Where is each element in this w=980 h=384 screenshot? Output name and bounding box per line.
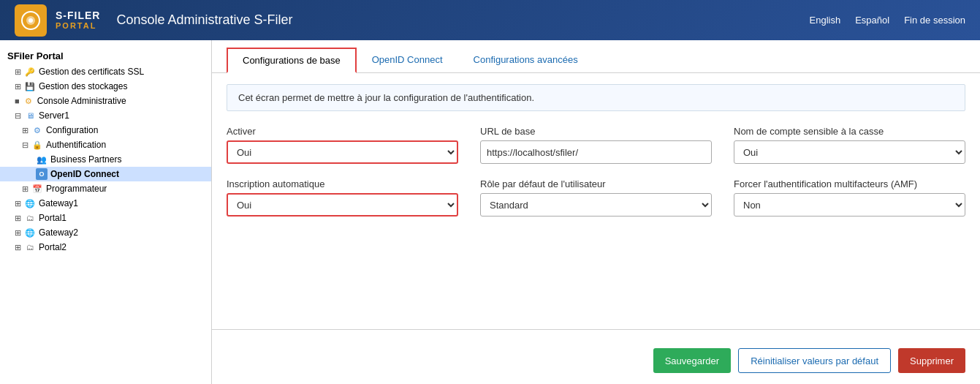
portal1-icon: 🗂 <box>24 212 36 224</box>
info-text: Cet écran permet de mettre à jour la con… <box>238 92 534 103</box>
tree-toggle-portal2: ⊞ <box>15 243 21 252</box>
tree-toggle-auth: ⊟ <box>22 140 29 150</box>
sidebar-label-openid-connect: OpenID Connect <box>50 169 119 179</box>
tab-configurations-avancees[interactable]: Configurations avancées <box>458 48 593 73</box>
main-layout: SFiler Portal ⊞ 🔑 Gestion des certificat… <box>0 40 980 384</box>
tree-toggle-gw1: ⊞ <box>15 199 21 208</box>
delete-button[interactable]: Supprimer <box>898 348 965 373</box>
bp-icon: 👥 <box>36 154 48 165</box>
form-group-forcer-amf: Forcer l'authentification multifacteurs … <box>734 178 965 217</box>
sidebar-label-admin: Console Administrative <box>37 96 126 106</box>
tabs-bar: Configurations de base OpenID Connect Co… <box>212 48 980 73</box>
form-group-inscription: Inscription automatique Oui Non <box>227 178 458 217</box>
sidebar-item-openid-connect[interactable]: O OpenID Connect <box>0 167 211 181</box>
info-box: Cet écran permet de mettre à jour la con… <box>227 84 965 111</box>
nom-compte-select[interactable]: Oui Non <box>734 140 965 164</box>
sidebar-item-gateway1[interactable]: ⊞ 🌐 Gateway1 <box>0 196 211 211</box>
openid-icon: O <box>36 168 48 180</box>
tree-toggle-server1: ⊟ <box>15 111 21 121</box>
form-group-nom-compte: Nom de compte sensible à la casse Oui No… <box>734 126 965 164</box>
sidebar-label-authentification: Authentification <box>46 140 106 150</box>
header-left: S-FILER PORTAL Console Administrative S-… <box>15 4 293 37</box>
footer-buttons: Sauvegarder Réinitialiser valeurs par dé… <box>212 341 980 384</box>
sidebar-label-server1: Server1 <box>39 110 69 121</box>
sidebar-item-programmateur[interactable]: ⊞ 📅 Programmateur <box>0 181 211 196</box>
gw2-icon: 🌐 <box>24 227 36 238</box>
form-group-url-de-base: URL de base <box>480 126 712 164</box>
content-body: Cet écran permet de mettre à jour la con… <box>212 73 980 322</box>
logo-sfiler: S-FILER <box>56 10 100 21</box>
nav-espanol[interactable]: Español <box>855 15 889 26</box>
prog-icon: 📅 <box>31 183 43 195</box>
sidebar-item-authentification[interactable]: ⊟ 🔒 Authentification <box>0 138 211 152</box>
forcer-amf-select[interactable]: Non Oui <box>734 193 965 217</box>
portal2-icon: 🗂 <box>24 241 36 253</box>
form-group-activer: Activer Oui Non <box>227 126 458 164</box>
sidebar-item-business-partners[interactable]: 👥 Business Partners <box>0 152 211 167</box>
sidebar-label-portal1: Portal1 <box>39 213 67 223</box>
sidebar-item-stockages[interactable]: ⊞ 💾 Gestion des stockages <box>0 79 211 94</box>
sidebar-item-configuration[interactable]: ⊞ ⚙ Configuration <box>0 123 211 138</box>
tab-openid-connect[interactable]: OpenID Connect <box>357 48 458 73</box>
header: S-FILER PORTAL Console Administrative S-… <box>0 0 980 40</box>
tree-toggle-gw2: ⊞ <box>15 228 21 238</box>
gw1-icon: 🌐 <box>24 197 36 209</box>
logo-icon <box>15 4 47 37</box>
nom-compte-label: Nom de compte sensible à la casse <box>734 126 965 137</box>
sidebar-item-portal1[interactable]: ⊞ 🗂 Portal1 <box>0 211 211 225</box>
logo-text: S-FILER PORTAL <box>56 10 100 30</box>
nav-english[interactable]: English <box>810 15 841 26</box>
reset-button[interactable]: Réinitialiser valeurs par défaut <box>738 348 891 373</box>
content-area: Configurations de base OpenID Connect Co… <box>212 40 980 384</box>
sidebar-root-label: SFiler Portal <box>0 48 211 64</box>
inscription-select[interactable]: Oui Non <box>227 193 458 217</box>
sidebar-label-business-partners: Business Partners <box>50 154 121 165</box>
footer-divider <box>212 329 980 330</box>
svg-point-2 <box>29 18 33 23</box>
sidebar-item-server1[interactable]: ⊟ 🖥 Server1 <box>0 108 211 123</box>
sidebar-item-admin[interactable]: ■ ⚙ Console Administrative <box>0 94 211 108</box>
sidebar-label-ssl: Gestion des certificats SSL <box>39 67 144 77</box>
sidebar: SFiler Portal ⊞ 🔑 Gestion des certificat… <box>0 40 212 384</box>
server1-icon: 🖥 <box>24 110 36 121</box>
inscription-label: Inscription automatique <box>227 178 458 189</box>
ssl-icon: 🔑 <box>24 66 36 78</box>
sidebar-item-portal2[interactable]: ⊞ 🗂 Portal2 <box>0 240 211 255</box>
role-select[interactable]: Standard Administrateur Invité <box>480 193 712 217</box>
tree-icon-admin: ■ <box>15 97 20 105</box>
sidebar-label-gateway2: Gateway2 <box>39 227 78 238</box>
admin-icon: ⚙ <box>23 95 34 107</box>
sidebar-label-gateway1: Gateway1 <box>39 198 78 208</box>
forcer-amf-label: Forcer l'authentification multifacteurs … <box>734 178 965 189</box>
activer-label: Activer <box>227 126 458 137</box>
config-icon: ⚙ <box>31 124 43 136</box>
auth-icon: 🔒 <box>31 139 43 151</box>
sidebar-label-configuration: Configuration <box>46 125 98 135</box>
form-group-role: Rôle par défaut de l'utilisateur Standar… <box>480 178 712 217</box>
tree-toggle-stockages: ⊞ <box>15 82 21 91</box>
tree-toggle-prog: ⊞ <box>22 184 29 194</box>
sidebar-label-stockages: Gestion des stockages <box>39 81 127 91</box>
url-de-base-label: URL de base <box>480 126 712 137</box>
nav-fin-session[interactable]: Fin de session <box>904 15 965 26</box>
sidebar-label-programmateur: Programmateur <box>46 184 107 194</box>
form-row-2: Inscription automatique Oui Non Rôle par… <box>227 178 965 217</box>
logo-portal: PORTAL <box>56 21 100 30</box>
storage-icon: 💾 <box>24 80 36 92</box>
header-nav: English Español Fin de session <box>810 15 965 26</box>
url-de-base-input[interactable] <box>480 140 712 164</box>
tree-toggle-ssl: ⊞ <box>15 67 21 77</box>
form-row-1: Activer Oui Non URL de base Nom de compt… <box>227 126 965 164</box>
sidebar-item-ssl[interactable]: ⊞ 🔑 Gestion des certificats SSL <box>0 64 211 79</box>
header-title: Console Administrative S-Filer <box>116 12 292 28</box>
sidebar-label-portal2: Portal2 <box>39 242 67 252</box>
tree-toggle-portal1: ⊞ <box>15 214 21 223</box>
tab-configurations-de-base[interactable]: Configurations de base <box>227 48 357 73</box>
sidebar-item-gateway2[interactable]: ⊞ 🌐 Gateway2 <box>0 225 211 240</box>
activer-select[interactable]: Oui Non <box>227 140 458 164</box>
role-label: Rôle par défaut de l'utilisateur <box>480 178 712 189</box>
save-button[interactable]: Sauvegarder <box>653 348 731 373</box>
tree-toggle-config: ⊞ <box>22 126 29 135</box>
